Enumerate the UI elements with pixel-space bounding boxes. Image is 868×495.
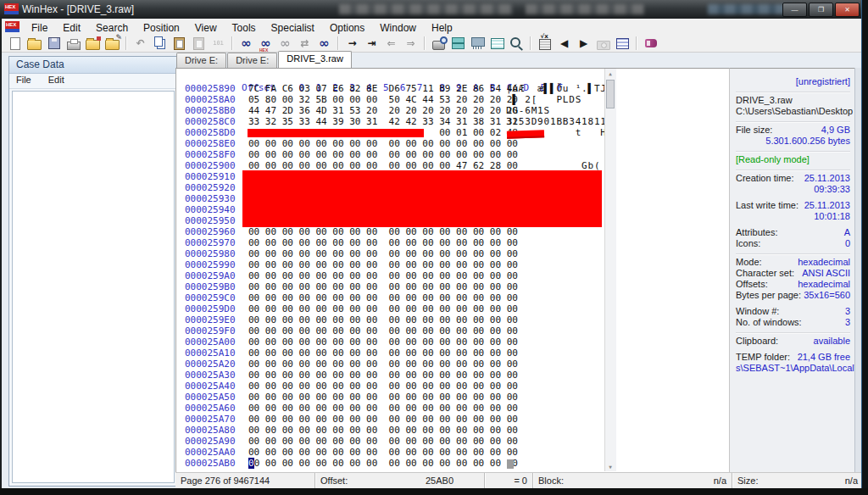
new-file-icon[interactable] xyxy=(6,36,24,51)
row-offset[interactable]: 0000259C0 xyxy=(176,292,248,303)
hex-row-000025960[interactable]: 00002596000 00 00 00 00 00 00 00 00 00 0… xyxy=(176,226,604,237)
menu-view[interactable]: View xyxy=(187,20,225,36)
row-bytes[interactable]: 00 00 00 00 00 00 00 00 00 00 00 00 00 0… xyxy=(248,281,518,292)
hex-row-000025A20[interactable]: 000025A2000 00 00 00 00 00 00 00 00 00 0… xyxy=(176,359,604,370)
open-disk-icon[interactable] xyxy=(430,36,448,51)
row-offset[interactable]: 000025A10 xyxy=(176,348,248,359)
row-offset[interactable]: 000025A50 xyxy=(176,392,248,403)
menu-help[interactable]: Help xyxy=(424,20,460,36)
row-offset[interactable]: 000025A30 xyxy=(176,370,248,381)
row-offset[interactable]: 000025A80 xyxy=(176,425,248,436)
row-offset[interactable]: 0000258A0 xyxy=(176,94,248,105)
hex-row-000025AB0[interactable]: 000025AB000 00 00 00 00 00 00 00 00 00 0… xyxy=(176,458,604,469)
menu-window[interactable]: Window xyxy=(372,20,424,36)
hex-row-000025A40[interactable]: 000025A4000 00 00 00 00 00 00 00 00 00 0… xyxy=(176,381,604,392)
hex-row-0000259D0[interactable]: 0000259D000 00 00 00 00 00 00 00 00 00 0… xyxy=(176,303,604,314)
row-bytes[interactable]: 00 00 00 00 00 00 00 00 00 00 00 00 00 0… xyxy=(248,303,518,314)
row-bytes[interactable]: 00 00 00 00 00 00 00 00 00 00 00 00 00 0… xyxy=(248,138,518,149)
row-offset[interactable]: 000025930 xyxy=(176,193,248,204)
print-icon[interactable] xyxy=(64,36,82,51)
row-bytes[interactable]: 00 00 00 00 00 00 00 00 00 00 00 00 00 0… xyxy=(248,458,518,469)
hex-row-0000259E0[interactable]: 0000259E000 00 00 00 00 00 00 00 00 00 0… xyxy=(176,314,604,325)
next-window-icon[interactable]: ▶ xyxy=(575,36,593,51)
scroll-thumb[interactable] xyxy=(606,80,615,108)
row-bytes[interactable]: 00 00 00 00 00 00 00 00 00 00 00 00 00 0… xyxy=(248,270,518,281)
hex-row-000025990[interactable]: 00002599000 00 00 00 00 00 00 00 00 00 0… xyxy=(176,259,604,270)
hex-row-000025A90[interactable]: 000025A9000 00 00 00 00 00 00 00 00 00 0… xyxy=(176,436,604,447)
menu-file[interactable]: File xyxy=(24,20,55,36)
row-bytes[interactable]: 00 00 00 00 00 00 00 00 00 00 00 00 00 0… xyxy=(248,237,518,248)
row-bytes[interactable]: 00 00 00 00 00 00 00 00 00 00 00 00 00 0… xyxy=(248,348,518,359)
hex-row-000025980[interactable]: 00002598000 00 00 00 00 00 00 00 00 00 0… xyxy=(176,248,604,259)
help-icon[interactable] xyxy=(642,36,659,51)
hex-row-0000259A0[interactable]: 0000259A000 00 00 00 00 00 00 00 00 00 0… xyxy=(176,270,604,281)
row-offset[interactable]: 0000259F0 xyxy=(176,325,248,336)
row-ascii[interactable]: 3253D901BB341811 xyxy=(506,116,607,127)
hex-row-0000259B0[interactable]: 0000259B000 00 00 00 00 00 00 00 00 00 0… xyxy=(176,281,604,292)
row-bytes[interactable]: 00 00 00 00 00 00 00 00 00 00 00 00 00 0… xyxy=(248,259,518,270)
row-bytes[interactable]: 00 00 00 00 00 00 00 00 00 00 00 00 00 0… xyxy=(248,403,518,414)
copy-icon[interactable] xyxy=(151,36,169,51)
row-bytes[interactable]: 00 00 00 00 00 00 00 00 00 00 00 00 00 0… xyxy=(248,226,518,237)
hex-row-0000258F0[interactable]: 0000258F000 00 00 00 00 00 00 00 00 00 0… xyxy=(176,149,604,160)
hex-row-000025970[interactable]: 00002597000 00 00 00 00 00 00 00 00 00 0… xyxy=(176,237,604,248)
goto-page-icon[interactable]: ⇥ xyxy=(363,36,381,51)
row-ascii[interactable]: ▌ 2[ PLDS xyxy=(506,94,607,105)
scroll-down-icon[interactable]: ▼ xyxy=(605,462,615,471)
row-offset[interactable]: 000025A20 xyxy=(176,359,248,370)
row-offset[interactable]: 0000258F0 xyxy=(176,149,248,160)
row-offset[interactable]: 0000258E0 xyxy=(176,138,248,149)
case-data-tree[interactable] xyxy=(12,91,175,483)
hex-row-0000258B0[interactable]: 0000258B044 47 2D 36 4D 31 53 20 20 20 2… xyxy=(176,105,604,116)
case-menu-file[interactable]: File xyxy=(16,75,31,88)
hex-row-0000258E0[interactable]: 0000258E000 00 00 00 00 00 00 00 00 00 0… xyxy=(176,138,604,149)
tab-drive-3-raw-2[interactable]: DRIVE_3.raw xyxy=(278,51,352,68)
row-offset[interactable]: 000025900 xyxy=(176,160,248,171)
row-offset[interactable]: 0000259E0 xyxy=(176,314,248,325)
open-drives-icon[interactable] xyxy=(449,36,467,51)
row-bytes[interactable]: 00 00 00 00 00 00 00 00 00 00 00 00 00 0… xyxy=(248,436,518,447)
row-bytes[interactable]: 00 00 00 00 00 00 00 00 00 00 00 00 00 0… xyxy=(248,314,518,325)
hex-row-0000259C0[interactable]: 0000259C000 00 00 00 00 00 00 00 00 00 0… xyxy=(176,292,604,303)
hex-row-0000258A0[interactable]: 0000258A005 80 00 32 5B 00 00 00 50 4C 4… xyxy=(176,94,604,105)
row-offset[interactable]: 000025950 xyxy=(176,215,248,226)
row-bytes[interactable]: 7C FA C6 03 07 E6 82 8E D6 75 11 B9 2E 8… xyxy=(248,83,518,94)
scroll-up-icon[interactable]: ▲ xyxy=(605,69,615,78)
row-offset[interactable]: 000025970 xyxy=(176,237,248,248)
hex-row-000025A70[interactable]: 000025A7000 00 00 00 00 00 00 00 00 00 0… xyxy=(176,414,604,425)
hex-rows[interactable]: 0000258907C FA C6 03 07 E6 82 8E D6 75 1… xyxy=(176,83,604,469)
row-offset[interactable]: 000025AA0 xyxy=(176,447,248,458)
hex-row-000025A00[interactable]: 000025A0000 00 00 00 00 00 00 00 00 00 0… xyxy=(176,336,604,348)
save-icon[interactable] xyxy=(45,36,63,51)
hex-row-000025A50[interactable]: 000025A5000 00 00 00 00 00 00 00 00 00 0… xyxy=(176,392,604,403)
tab-drive-e--1[interactable]: Drive E: xyxy=(227,53,277,68)
calculator-icon[interactable] xyxy=(536,36,554,51)
title-bar[interactable]: WinHex - [DRIVE_3.raw] — ❐ ✕ xyxy=(0,0,868,19)
properties-icon[interactable] xyxy=(84,36,102,51)
menu-specialist[interactable]: Specialist xyxy=(264,20,322,36)
hex-row-000025A60[interactable]: 000025A6000 00 00 00 00 00 00 00 00 00 0… xyxy=(176,403,604,414)
row-offset[interactable]: 0000259B0 xyxy=(176,281,248,292)
row-offset[interactable]: 000025980 xyxy=(176,248,248,259)
row-offset[interactable]: 000025A70 xyxy=(176,414,248,425)
row-bytes[interactable]: 44 47 2D 36 4D 31 53 20 20 20 20 20 20 2… xyxy=(248,105,518,116)
hex-row-000025890[interactable]: 0000258907C FA C6 03 07 E6 82 8E D6 75 1… xyxy=(176,83,604,94)
row-bytes[interactable]: 00 00 00 00 00 00 00 00 00 00 00 00 00 0… xyxy=(248,336,518,348)
row-offset[interactable]: 000025920 xyxy=(176,182,248,193)
hex-row-0000259F0[interactable]: 0000259F000 00 00 00 00 00 00 00 00 00 0… xyxy=(176,325,604,336)
row-offset[interactable]: 000025A60 xyxy=(176,403,248,414)
row-offset[interactable]: 000025990 xyxy=(176,259,248,270)
case-menu-edit[interactable]: Edit xyxy=(48,75,64,88)
hex-row-0000258C0[interactable]: 0000258C033 32 35 33 44 39 30 31 42 42 3… xyxy=(176,116,604,127)
row-bytes[interactable]: 00 00 00 00 00 00 00 00 00 00 00 00 00 0… xyxy=(248,359,518,370)
minimize-button[interactable]: — xyxy=(782,3,807,17)
row-offset[interactable]: 000025910 xyxy=(176,171,248,182)
paste-write-icon[interactable] xyxy=(170,36,188,51)
row-bytes[interactable]: 33 32 35 33 44 39 30 31 42 42 33 34 31 3… xyxy=(248,116,518,127)
hex-row-000025A10[interactable]: 000025A1000 00 00 00 00 00 00 00 00 00 0… xyxy=(176,348,604,359)
row-bytes[interactable]: 00 00 00 00 00 00 00 00 00 00 00 00 00 0… xyxy=(248,414,518,425)
menu-position[interactable]: Position xyxy=(136,20,187,36)
row-offset[interactable]: 0000258D0 xyxy=(176,127,248,138)
row-offset[interactable]: 0000259D0 xyxy=(176,303,248,314)
row-offset[interactable]: 000025AB0 xyxy=(176,458,248,469)
